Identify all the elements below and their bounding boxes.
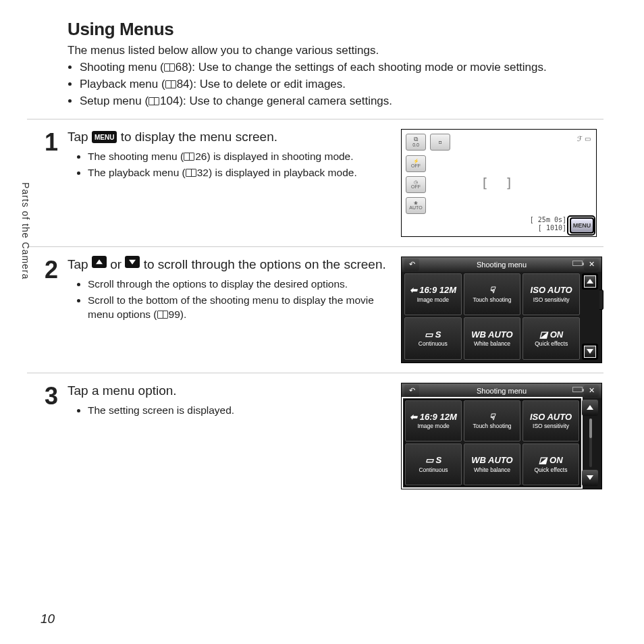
menu-item-image-mode[interactable]: ⬅ 16:9 12MImage mode [405,400,462,442]
menu-item-quick-effects[interactable]: ◪ ONQuick effects [522,444,579,485]
step-number: 2 [27,258,68,282]
book-icon [184,153,194,161]
mode-indicator-icon[interactable]: ◘ [430,134,450,151]
triangle-up-icon [587,405,593,410]
intro-text: The menus listed below allow you to chan… [68,44,603,57]
text: Playback menu ( [80,78,165,90]
text: ) is displayed in playback mode. [209,167,357,178]
list-item: Playback menu (84): Use to delete or edi… [80,77,603,92]
shooting-menu-figure-2: Shooting menu ↶ ✕ ⬅ 16:9 12MImage mode ☟… [401,383,602,489]
menu-item-white-balance[interactable]: WB AUTOWhite balance [464,444,520,485]
text: Shooting menu ( [80,61,164,74]
page-ref: 32 [197,167,209,178]
back-button[interactable]: ↶ [404,385,419,397]
list-item: Shooting menu (68): Use to change the se… [80,60,603,76]
macro-indicator-icon[interactable]: ❀AUTO [406,197,426,214]
step-number: 3 [27,384,68,408]
text: Tap [68,257,92,271]
text: Tap [68,130,92,144]
scroll-up-button[interactable] [582,273,598,290]
text: to display the menu screen. [117,130,277,144]
page-heading: Using Menus [68,19,603,40]
menu-item-touch-shooting[interactable]: ☟Touch shooting [464,400,520,442]
step-bullet: Scroll through the options to display th… [88,277,397,292]
scroll-down-button[interactable] [582,470,598,486]
menu-item-quick-effects[interactable]: ◪ ONQuick effects [522,317,580,360]
page-ref: 84 [177,78,190,90]
triangle-down-icon [587,349,593,354]
scrollbar[interactable] [589,419,592,467]
step-2: 2 Tap or to scroll through the options o… [27,247,603,373]
scroll-up-icon [92,256,107,268]
step-bullet: Scroll to the bottom of the shooting men… [88,294,397,322]
list-item: Setup menu (104): Use to change general … [80,94,603,109]
page-ref: 68 [176,61,188,74]
scroll-down-button[interactable] [582,344,598,360]
page-ref: 104 [160,95,179,107]
step-bullet: The playback menu (32) is displayed in p… [88,166,397,180]
step-bullet: The setting screen is displayed. [88,404,397,418]
overview-list: Shooting menu (68): Use to change the se… [80,60,603,109]
book-icon [165,80,176,88]
page-number: 10 [41,612,55,626]
menu-item-continuous[interactable]: ▭ SContinuous [404,317,462,360]
text: The playback menu ( [88,167,186,178]
top-right-indicators: ℱ ▭ [577,135,591,142]
step-3: 3 Tap a menu option. The setting screen … [27,373,603,499]
menu-title: Shooting menu [402,383,601,398]
book-icon [186,169,196,177]
step-title: Tap or to scroll through the options on … [68,257,397,273]
text: ). [180,308,186,320]
text: ): Use to change general camera settings… [179,95,392,107]
book-icon [149,97,159,105]
menu-item-white-balance[interactable]: WB AUTOWhite balance [464,317,521,360]
book-icon [164,63,175,72]
step-bullet: The shooting menu (26) is displayed in s… [88,150,397,164]
step-title: Tap MENU to display the menu screen. [68,129,397,146]
timer-indicator-icon[interactable]: ◷OFF [406,176,426,193]
menu-icon: MENU [92,131,117,143]
page-ref: 99 [169,308,180,320]
text: Setup menu ( [80,95,149,107]
shooting-menu-figure: Shooting menu ↶ ✕ ⬅ 16:9 12MImage mode ☟… [401,257,602,363]
menu-item-touch-shooting[interactable]: ☟Touch shooting [464,273,521,316]
recording-info: [ 25m 0s] [ 1010] [530,216,566,232]
section-side-label: Parts of the Camera [20,182,31,279]
text: or [107,257,125,271]
shooting-screen-figure: ⧉0.0 ◘ ⚡OFF ◷OFF ❀AUTO ℱ ▭ [ ] [ 25m 0s]… [401,129,597,237]
menu-item-image-mode[interactable]: ⬅ 16:9 12MImage mode [404,273,462,316]
close-button[interactable]: ✕ [584,259,599,271]
text: to scroll through the options on the scr… [140,257,385,271]
battery-icon [572,261,583,266]
ev-indicator-icon[interactable]: ⧉0.0 [406,134,426,151]
af-brackets-icon: [ ] [481,175,517,191]
menu-item-continuous[interactable]: ▭ SContinuous [405,444,462,485]
scroll-down-icon [125,256,140,268]
menu-item-iso[interactable]: ISO AUTOISO sensitivity [522,400,579,442]
text: ): Use to change the settings of each sh… [188,61,547,74]
highlight-tab [599,290,603,310]
step-number: 1 [27,130,68,155]
scroll-up-button[interactable] [582,400,598,416]
text: ) is displayed in shooting mode. [207,151,353,162]
menu-button[interactable]: MENU [570,217,594,234]
triangle-up-icon [587,279,593,284]
back-button[interactable]: ↶ [404,259,419,271]
menu-item-iso[interactable]: ISO AUTOISO sensitivity [522,273,580,316]
triangle-down-icon [587,475,593,480]
battery-icon [572,387,583,392]
page-ref: 26 [195,151,207,162]
step-title: Tap a menu option. [68,383,397,400]
text: ): Use to delete or edit images. [190,78,346,90]
book-icon [157,311,168,319]
menu-title: Shooting menu [402,257,601,272]
step-1: 1 Tap MENU to display the menu screen. T… [27,119,603,247]
text: The shooting menu ( [88,151,184,162]
close-button[interactable]: ✕ [584,385,599,397]
flash-indicator-icon[interactable]: ⚡OFF [406,155,426,172]
text: Scroll to the bottom of the shooting men… [88,294,374,320]
